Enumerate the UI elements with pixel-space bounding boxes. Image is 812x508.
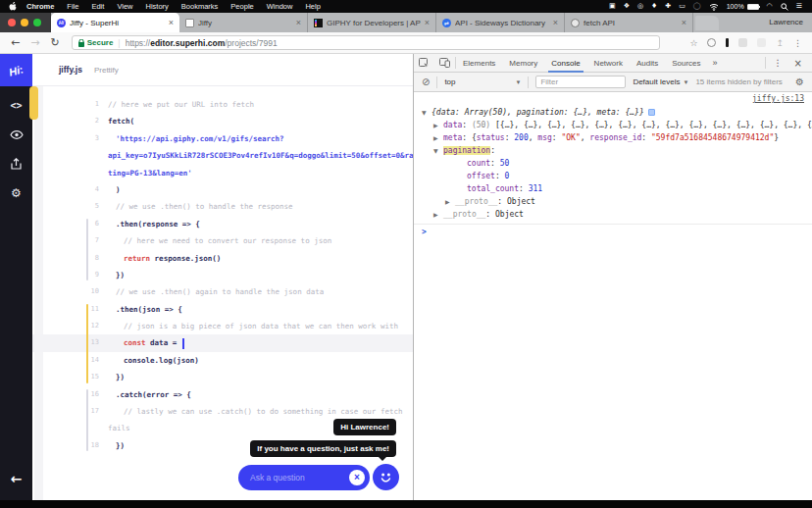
notification-center-icon[interactable]: ☰ xyxy=(796,0,802,13)
triangle-down-icon[interactable]: ▼ xyxy=(422,106,431,119)
extension-circle-icon[interactable] xyxy=(707,38,716,47)
devtools-tab-sources[interactable]: Sources xyxy=(665,54,707,73)
battery-indicator[interactable]: 100% xyxy=(727,3,759,10)
code-line[interactable]: api_key=o7IyuSKkLiR728rSCOE3Pov4refIv10F… xyxy=(32,147,413,164)
log-levels-dropdown[interactable]: Default levels ▼ xyxy=(633,77,688,86)
security-chip[interactable]: Secure xyxy=(78,38,114,47)
code-line[interactable]: 15}) xyxy=(32,369,413,385)
chat-input[interactable]: Ask a question × xyxy=(238,465,370,490)
profile-name[interactable]: Lawrence xyxy=(769,18,803,26)
menu-item-chrome[interactable]: Chrome xyxy=(26,2,54,11)
devtools-tab-elements[interactable]: Elements xyxy=(456,54,502,73)
close-window-button[interactable] xyxy=(8,19,16,26)
browser-tab-active[interactable]: HiJiffy - SuperHi× xyxy=(51,13,179,32)
code-line[interactable]: 1// here we put our URL into fetch xyxy=(32,96,413,113)
ink-drop-icon[interactable]: ♦ xyxy=(651,0,657,13)
device-toolbar-icon[interactable] xyxy=(439,58,450,68)
devtools-tab-audits[interactable]: Audits xyxy=(630,54,665,73)
more-tabs-icon[interactable]: » xyxy=(708,58,723,68)
console-prompt-row[interactable]: > xyxy=(414,224,812,238)
code-line[interactable]: 10// we use .then() again to handle the … xyxy=(32,283,413,300)
preview-eye-icon[interactable] xyxy=(0,120,32,149)
menu-item-people[interactable]: People xyxy=(230,2,253,11)
menu-item-bookmarks[interactable]: Bookmarks xyxy=(181,2,219,11)
devtools-tab-memory[interactable]: Memory xyxy=(502,54,544,73)
wifi-icon[interactable] xyxy=(709,3,719,11)
superhi-logo[interactable]: Hi: xyxy=(0,54,32,86)
code-line[interactable]: 7// here we need to convert our response… xyxy=(32,232,413,249)
minimize-window-button[interactable] xyxy=(21,19,28,26)
menu-item-edit[interactable]: Edit xyxy=(91,2,104,11)
console-row[interactable]: ▶meta: {status: 200, msg: "OK", response… xyxy=(414,131,812,144)
back-arrow-icon[interactable]: ← xyxy=(0,471,32,486)
window-icon[interactable]: ▭ xyxy=(679,0,685,13)
code-line[interactable]: 5// we use .then() to handle the respons… xyxy=(32,198,413,215)
forward-button[interactable]: → xyxy=(30,33,39,53)
triangle-right-icon[interactable]: ▶ xyxy=(445,195,455,208)
code-line[interactable]: 2fetch( xyxy=(32,113,413,129)
code-line[interactable]: 4) xyxy=(32,181,413,198)
extension-disabled2-icon[interactable] xyxy=(757,38,766,47)
triangle-right-icon[interactable]: ▶ xyxy=(433,208,443,221)
code-line[interactable]: 8return response.json() xyxy=(32,250,413,267)
browser-menu-icon[interactable]: ⋮ xyxy=(793,38,802,48)
browser-tab[interactable]: ⇄API - Sideways Dictionary× xyxy=(436,13,565,32)
menu-item-view[interactable]: View xyxy=(117,2,132,11)
tab-close-icon[interactable]: × xyxy=(682,19,686,27)
console-row[interactable]: total_count: 311 xyxy=(414,182,812,195)
code-line[interactable]: 3'https://api.giphy.com/v1/gifs/search? xyxy=(32,130,413,147)
file-name[interactable]: jiffy.js xyxy=(59,65,82,75)
editor-body[interactable]: 1// here we put our URL into fetch2fetch… xyxy=(32,86,413,454)
console-row[interactable]: ▶data: (50) [{…}, {…}, {…}, {…}, {…}, {…… xyxy=(414,119,812,131)
devtools-menu-icon[interactable]: ⋮ xyxy=(770,58,787,68)
console-settings-gear-icon[interactable]: ⚙ xyxy=(795,76,804,87)
triangle-right-icon[interactable]: ▶ xyxy=(433,131,443,144)
clear-console-icon[interactable]: ⊘ xyxy=(422,76,430,87)
console-output[interactable]: jiffy.js:13 ▼{data: Array(50), paginatio… xyxy=(414,92,812,500)
apple-menu-icon[interactable] xyxy=(9,2,17,11)
code-line[interactable]: 9}) xyxy=(32,267,413,283)
chat-smiley-button[interactable] xyxy=(373,464,399,490)
tab-close-icon[interactable]: × xyxy=(169,19,174,27)
code-line[interactable]: 12// json is a big piece of json data th… xyxy=(32,318,413,334)
tab-close-icon[interactable]: × xyxy=(425,19,430,27)
source-link[interactable]: jiffy.js:13 xyxy=(752,94,804,103)
loop-icon[interactable]: ◯ xyxy=(693,0,701,13)
console-row[interactable]: ▼{data: Array(50), pagination: {…}, meta… xyxy=(414,106,812,119)
extension-disabled-icon[interactable] xyxy=(738,38,747,47)
share-upload-icon[interactable] xyxy=(0,149,32,178)
new-tab-button[interactable] xyxy=(695,16,719,30)
reload-button[interactable]: ↻ xyxy=(50,33,59,53)
browser-tab[interactable]: GIPHY for Developers | API Ex× xyxy=(308,13,436,32)
code-line[interactable]: 17// lastly we can use .catch() to do so… xyxy=(32,403,413,420)
settings-gear-icon[interactable]: ⚙ xyxy=(0,178,32,208)
browser-tab[interactable]: fetch API× xyxy=(565,13,693,32)
triangle-right-icon[interactable]: ▶ xyxy=(433,119,443,131)
prettify-button[interactable]: Prettify xyxy=(94,66,119,75)
code-line[interactable]: 11.then(json => { xyxy=(32,301,413,318)
code-line[interactable]: 14console.log(json) xyxy=(32,352,413,369)
extension-icon[interactable]: ✚ xyxy=(665,0,671,13)
console-row[interactable]: ▶__proto__: Object xyxy=(414,195,812,208)
code-line[interactable]: 16.catch(error => { xyxy=(32,386,413,403)
console-row[interactable]: ▶__proto__: Object xyxy=(414,208,812,221)
screen-mirroring-icon[interactable]: ▣ xyxy=(609,0,616,13)
dropbox-icon[interactable]: ❖ xyxy=(624,0,630,13)
devtools-tab-network[interactable]: Network xyxy=(587,54,630,73)
timer-icon[interactable]: ◎ xyxy=(637,0,643,13)
tab-close-icon[interactable]: × xyxy=(296,19,301,27)
menu-item-history[interactable]: History xyxy=(146,2,169,11)
context-selector[interactable]: top ▼ xyxy=(444,77,521,86)
console-row[interactable]: ▼pagination: xyxy=(414,144,812,157)
code-line-active[interactable]: 13const data = xyxy=(32,334,413,351)
devtools-close-icon[interactable]: × xyxy=(790,58,806,69)
control-center-icon[interactable]: ◠ xyxy=(767,0,773,13)
back-button[interactable]: ← xyxy=(11,33,20,53)
bookmark-star-icon[interactable]: ☆ xyxy=(689,38,697,48)
triangle-down-icon[interactable]: ▼ xyxy=(433,144,443,157)
zoom-window-button[interactable] xyxy=(33,19,41,26)
code-line[interactable]: ting=PG-13&lang=en' xyxy=(32,165,413,181)
console-row[interactable]: offset: 0 xyxy=(414,170,812,182)
menu-item-help[interactable]: Help xyxy=(305,2,320,11)
console-row[interactable]: count: 50 xyxy=(414,157,812,170)
